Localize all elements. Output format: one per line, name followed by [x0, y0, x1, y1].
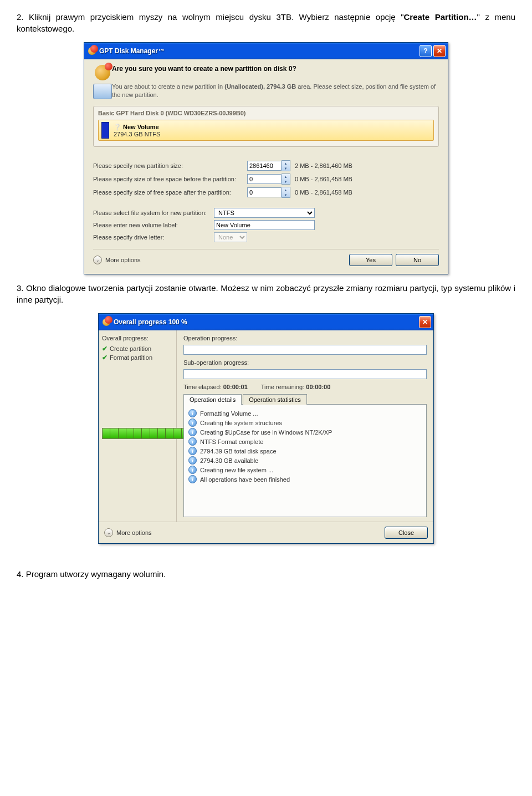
label: Please select file system for new partit… [93, 210, 214, 216]
label: Please specify size of free space after … [93, 189, 247, 196]
log-item: iFormatting Volume ... [188, 409, 422, 417]
no-button[interactable]: No [396, 254, 439, 266]
tab-operation-statistics[interactable]: Operation statistics [243, 394, 307, 405]
check-icon: ✔ [102, 345, 108, 353]
chevron-down-icon: ⌄ [104, 528, 113, 537]
log-text: 2794.30 GB available [200, 457, 258, 464]
spinner[interactable]: ▲▼ [282, 187, 290, 198]
time-elapsed-label: Time elapsed: [183, 384, 222, 390]
close-button[interactable]: Close [385, 527, 428, 539]
log-text: Formatting Volume ... [200, 410, 258, 417]
close-button[interactable]: ✕ [433, 45, 446, 57]
log-text: NTFS Format complete [200, 438, 263, 445]
window-title: GPT Disk Manager™ [99, 47, 418, 55]
space-after-input[interactable] [247, 187, 282, 197]
doc-paragraph-3: 3. Okno dialogowe tworzenia partycji zos… [17, 282, 515, 305]
bold-text: Create Partition… [404, 12, 477, 22]
info-icon: i [188, 419, 197, 427]
info-icon: i [188, 437, 197, 446]
step-label: Format partition [110, 354, 152, 361]
tab-panel: iFormatting Volume ... iCreating file sy… [183, 404, 427, 517]
filesystem-select[interactable]: NTFS [214, 208, 315, 218]
help-button[interactable]: ? [420, 45, 432, 57]
main-panel: Operation progress: Sub-operation progre… [177, 330, 433, 522]
disk-panel: Basic GPT Hard Disk 0 (WDC WD30EZRS-00J9… [93, 106, 439, 147]
info-icon: i [188, 428, 197, 436]
field-volume-label: Please enter new volume label: [93, 220, 439, 230]
suboperation-progress-label: Sub-operation progress: [183, 359, 427, 366]
more-options-toggle[interactable]: ⌄ More options [93, 256, 141, 264]
chevron-down-icon: ⌄ [93, 256, 102, 264]
more-options-toggle[interactable]: ⌄ More options [104, 528, 152, 537]
close-button[interactable]: ✕ [419, 316, 431, 328]
time-remaining-value: 00:00:00 [306, 384, 330, 390]
info-icon: i [188, 409, 197, 417]
log-item: iCreating new file system ... [188, 466, 422, 474]
log-text: 2794.39 GB total disk space [200, 448, 277, 455]
harddisk-icon [93, 83, 112, 99]
log-text: Creating $UpCase for use in Windows NT/2… [200, 429, 332, 436]
confirm-subtext: You are about to create a new partition … [112, 83, 439, 99]
info-icon: i [188, 447, 197, 455]
text-bold: (Unallocated), 2794.3 GB [224, 83, 296, 90]
step-create-partition: ✔Create partition [102, 345, 173, 353]
log-item: iCreating $UpCase for use in Windows NT/… [188, 428, 422, 436]
volume-label-input[interactable] [214, 220, 315, 230]
drive-letter-select: None [214, 232, 247, 242]
field-filesystem: Please select file system for new partit… [93, 208, 439, 218]
partition-color-swatch [101, 122, 109, 139]
field-drive-letter: Please specify drive letter: None [93, 232, 439, 242]
more-options-label: More options [116, 529, 152, 536]
label: Please enter new volume label: [93, 222, 214, 228]
field-space-before: Please specify size of free space before… [93, 174, 439, 185]
range-text: 2 MB - 2,861,460 MB [295, 162, 352, 169]
log-item: i2794.30 GB available [188, 456, 422, 465]
range-text: 0 MB - 2,861,458 MB [295, 176, 352, 182]
log-item: iCreating file system structures [188, 419, 422, 427]
log-item: iAll operations have been finished [188, 475, 422, 483]
more-options-label: More options [105, 257, 141, 263]
log-text: Creating file system structures [200, 420, 282, 426]
volume-help-icon: ❔ [114, 124, 121, 130]
warning-gear-icon [93, 65, 112, 80]
titlebar[interactable]: Overall progress 100 % ✕ [99, 314, 433, 330]
info-icon: i [188, 466, 197, 474]
space-before-input[interactable] [247, 174, 282, 184]
dialog-progress: Overall progress 100 % ✕ Overall progres… [98, 313, 434, 544]
info-icon: i [188, 456, 197, 465]
sidebar-heading: Overall progress: [102, 335, 173, 341]
text: 2. Kliknij prawym przyciskiem myszy na w… [17, 12, 404, 22]
tab-operation-details[interactable]: Operation details [183, 394, 242, 405]
app-icon [102, 318, 111, 326]
app-icon [88, 47, 96, 55]
time-elapsed-value: 00:00:01 [223, 384, 248, 390]
field-partition-size: Please specify new partition size: ▲▼ 2 … [93, 160, 439, 171]
dialog-body: Are you sure you want to create a new pa… [84, 59, 448, 274]
volume-info: ❔New Volume 2794.3 GB NTFS [114, 124, 160, 137]
titlebar[interactable]: GPT Disk Manager™ ? ✕ [84, 43, 448, 59]
step-format-partition: ✔Format partition [102, 354, 173, 361]
label: Please specify drive letter: [93, 234, 214, 241]
text: You are about to create a new partition … [112, 83, 224, 90]
volume-size: 2794.3 GB NTFS [114, 131, 160, 137]
partition-size-input[interactable] [247, 161, 282, 171]
dialog-footer: ⌄ More options Yes No [93, 249, 439, 266]
sidebar: Overall progress: ✔Create partition ✔For… [99, 330, 177, 522]
operation-progress-bar [183, 345, 427, 355]
volume-name: New Volume [123, 124, 159, 130]
step-label: Create partition [110, 345, 151, 352]
log-item: iNTFS Format complete [188, 437, 422, 446]
log-item: i2794.39 GB total disk space [188, 447, 422, 455]
spinner[interactable]: ▲▼ [282, 174, 290, 185]
volume-box[interactable]: ❔New Volume 2794.3 GB NTFS [98, 120, 434, 141]
dialog-body: Overall progress: ✔Create partition ✔For… [99, 330, 433, 522]
label: Please specify new partition size: [93, 162, 247, 169]
dialog-footer: ⌄ More options Close [99, 522, 433, 543]
yes-button[interactable]: Yes [349, 254, 392, 266]
doc-paragraph-2: 2. Kliknij prawym przyciskiem myszy na w… [17, 11, 515, 34]
spinner[interactable]: ▲▼ [282, 160, 290, 171]
suboperation-progress-bar [183, 369, 427, 379]
log-text: All operations have been finished [200, 476, 290, 483]
label: Please specify size of free space before… [93, 176, 247, 182]
disk-panel-title: Basic GPT Hard Disk 0 (WDC WD30EZRS-00J9… [98, 110, 434, 116]
